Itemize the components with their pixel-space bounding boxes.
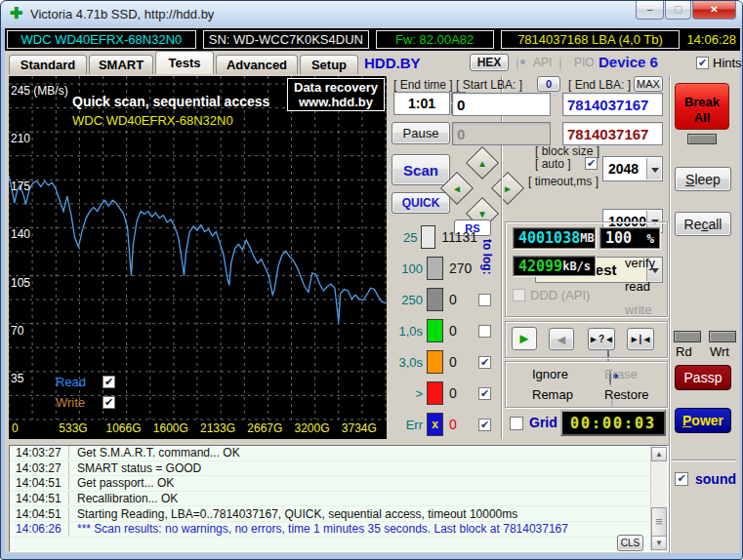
bucket-count: 0 xyxy=(449,417,457,432)
bucket-label: 1,0s xyxy=(388,324,423,339)
svg-text:0: 0 xyxy=(12,421,19,435)
pio-radio-label: PIO xyxy=(574,56,595,69)
mb-value: 4001038 xyxy=(518,229,580,247)
log-message: *** Scan results: no warnings, no errors… xyxy=(68,522,568,536)
pio-radio[interactable] xyxy=(559,56,561,72)
start-lba-zero-button[interactable]: 0 xyxy=(537,76,560,92)
percent-value: 100 xyxy=(605,229,632,247)
auto-label: [ auto ] xyxy=(535,157,571,171)
break-all-line1: Break xyxy=(676,95,728,110)
to-log-checkbox[interactable] xyxy=(478,325,491,338)
end-lba-label: [ End LBA: ] xyxy=(568,78,631,92)
ddd-checkbox[interactable] xyxy=(513,289,525,301)
end-lba-shadow-field: 7814037167 xyxy=(562,122,663,145)
timeout-label: [ timeout,ms ] xyxy=(528,175,599,188)
write-checkbox[interactable]: ✔ xyxy=(103,396,115,409)
minimize-button[interactable]: – xyxy=(636,1,664,20)
to-log-checkbox[interactable]: ✔ xyxy=(478,419,491,431)
svg-text:105: 105 xyxy=(11,276,30,290)
bucket-row: >0 xyxy=(388,378,477,409)
scroll-up-icon[interactable]: ▲ xyxy=(651,447,667,461)
block-size-select[interactable]: 2048 xyxy=(602,156,663,181)
sound-label: sound xyxy=(695,471,736,487)
write-label: Write xyxy=(56,395,95,410)
title-bar[interactable]: ✚ Victoria 4.71b SSD, http://hdd.by – ▢ … xyxy=(1,1,743,27)
tab-smart[interactable]: SMART xyxy=(89,55,153,74)
log-time: 14:04:51 xyxy=(10,492,68,505)
power-label: P xyxy=(682,413,691,428)
svg-text:2667G: 2667G xyxy=(247,421,282,435)
arrow-up-icon: ▲ xyxy=(471,152,494,176)
close-button[interactable]: ✕ xyxy=(692,1,736,20)
bucket-row: 100270 xyxy=(388,253,477,284)
quick-button[interactable]: QUICK xyxy=(392,192,450,214)
start-lba-field[interactable]: 0 xyxy=(452,93,551,116)
maximize-button[interactable]: ▢ xyxy=(665,1,691,20)
remap-label: Remap xyxy=(532,387,573,402)
sleep-button[interactable]: Sleep xyxy=(675,167,731,191)
log-message: SMART status = GOOD xyxy=(68,461,201,475)
to-log-checkbox[interactable]: ✔ xyxy=(478,387,491,400)
percent-unit: % xyxy=(646,231,654,246)
log-message: Get S.M.A.R.T. command... OK xyxy=(68,446,240,460)
passport-button[interactable]: Passp xyxy=(675,365,731,390)
bucket-row: 1,0s0 xyxy=(388,315,477,346)
auto-checkbox[interactable]: ✔ xyxy=(585,157,598,170)
step-back-button[interactable]: ◄ xyxy=(549,328,574,350)
to-log-checkbox[interactable]: ✔ xyxy=(478,356,491,369)
scrollbar-thumb[interactable] xyxy=(651,507,667,537)
tab-setup[interactable]: Setup xyxy=(300,55,358,74)
seek-error-button[interactable]: ►?◄ xyxy=(588,328,615,350)
tab-advanced[interactable]: Advanced xyxy=(216,55,298,74)
scan-button[interactable]: Scan xyxy=(392,154,450,185)
badge-line2: www.hdd.by xyxy=(294,95,378,109)
log-scrollbar[interactable]: ▲ ▼ xyxy=(650,447,667,550)
tab-standard[interactable]: Standard xyxy=(9,55,87,74)
hints-checkbox[interactable]: ✔ xyxy=(696,57,709,69)
grid-checkbox[interactable] xyxy=(510,417,523,430)
log-time: 14:03:27 xyxy=(10,461,68,475)
end-lba-max-button[interactable]: MAX xyxy=(634,76,663,92)
api-radio[interactable] xyxy=(516,56,518,72)
wrt-led-label: Wrt xyxy=(710,344,729,359)
scroll-down-icon[interactable]: ▼ xyxy=(651,536,667,550)
end-lba-field[interactable]: 7814037167 xyxy=(562,93,663,116)
recall-button[interactable]: Recall xyxy=(675,212,731,236)
drive-model: WDC WD40EFRX-68N32N0 xyxy=(7,30,196,49)
read-toggle-row: Read ✔ xyxy=(56,372,115,391)
speed-buckets: 251113110027025001,0s03,0s0>0Errx0 xyxy=(388,221,477,440)
scan-graph-panel: 245 (MB/s)2101751401057035 0533G1066G160… xyxy=(9,76,387,439)
svg-text:35: 35 xyxy=(11,372,24,385)
log-panel: 14:03:27Get S.M.A.R.T. command... OK14:0… xyxy=(9,445,669,552)
tab-tests[interactable]: Tests xyxy=(155,51,214,74)
window-title: Victoria 4.71b SSD, http://hdd.by xyxy=(30,7,214,21)
write-toggle-row: Write ✔ xyxy=(56,392,115,412)
graph-device-label: WDC WD40EFRX-68N32N0 xyxy=(72,113,233,128)
mb-unit: MB xyxy=(580,231,594,245)
log-row: 14:04:51Recallibration... OK xyxy=(10,492,668,507)
power-button[interactable]: Power xyxy=(675,408,731,433)
clear-log-button[interactable]: CLS xyxy=(617,535,643,551)
bucket-swatch: x xyxy=(427,413,443,436)
hex-button[interactable]: HEX xyxy=(470,54,509,71)
end-time-spinner[interactable]: 1:01 xyxy=(393,92,450,115)
seek-end-button[interactable]: ►|◄ xyxy=(627,328,654,350)
sound-checkbox[interactable]: ✔ xyxy=(675,472,688,486)
play-button[interactable]: ► xyxy=(512,327,537,350)
chevron-down-icon[interactable] xyxy=(646,158,661,180)
elapsed-timer-display: 00:00:03 xyxy=(560,410,666,436)
speed-unit: kB/s xyxy=(562,260,591,273)
ignore-label: Ignore xyxy=(532,367,568,381)
break-all-button[interactable]: Break All xyxy=(675,83,729,130)
badge-line1: Data recovery xyxy=(294,80,378,95)
log-time: 14:04:51 xyxy=(10,476,68,490)
api-radio-label: API xyxy=(533,56,552,69)
to-log-checkbox[interactable] xyxy=(478,294,491,306)
bucket-swatch xyxy=(427,381,443,405)
drive-capacity-text: 7814037168 LBA (4,0 Tb) xyxy=(517,32,663,47)
log-message: Recallibration... OK xyxy=(68,492,178,505)
svg-text:245 (MB/s): 245 (MB/s) xyxy=(11,84,68,98)
read-checkbox[interactable]: ✔ xyxy=(103,376,115,388)
drive-firmware-text: Fw: 82.00A82 xyxy=(395,32,474,47)
pause-button[interactable]: Pause xyxy=(392,122,450,144)
